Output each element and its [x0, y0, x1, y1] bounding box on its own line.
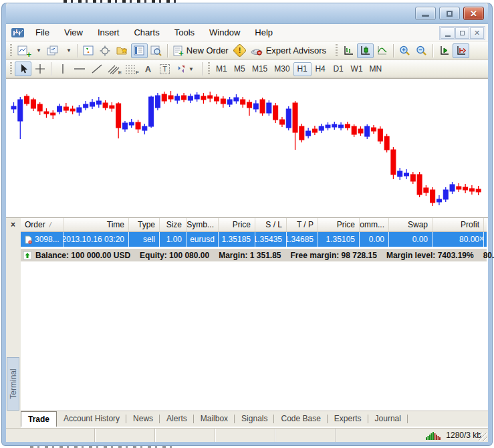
line-chart-button[interactable]: [374, 43, 390, 58]
candle-body: [319, 126, 324, 130]
candle-body: [96, 101, 101, 104]
position-value: 1.35105: [326, 235, 355, 244]
candle-body: [122, 123, 127, 129]
menu-item-view[interactable]: View: [57, 25, 90, 40]
text-label-button[interactable]: T: [156, 62, 173, 76]
new-chart-button[interactable]: +: [15, 43, 31, 58]
title-bar[interactable]: ✕: [6, 3, 488, 24]
column-header-price-5[interactable]: Price: [219, 218, 255, 231]
table-header[interactable]: Order/TimeTypeSizeSymb...PriceS / LT / P…: [21, 218, 487, 232]
tab-mailbox[interactable]: Mailbox: [194, 411, 235, 427]
status-segment: [275, 429, 336, 442]
ea-warning-button[interactable]: !: [231, 43, 248, 58]
candle-body: [84, 104, 88, 108]
timeframe-m15-button[interactable]: M15: [249, 62, 271, 76]
timeframe-mn-button[interactable]: MN: [366, 62, 386, 76]
chart-minimize-button[interactable]: [441, 27, 455, 39]
toolbar-grip[interactable]: [9, 44, 13, 58]
column-header-symb-4[interactable]: Symb...: [187, 218, 219, 231]
column-header-size-3[interactable]: Size: [160, 218, 187, 231]
navigator-button[interactable]: [114, 43, 131, 58]
terminal-side-tab[interactable]: Terminal: [7, 357, 19, 411]
candle-body: [253, 104, 258, 109]
chart-area[interactable]: [6, 78, 488, 217]
column-header-sl-6[interactable]: S / L: [255, 218, 287, 231]
new-order-button[interactable]: + New Order: [170, 43, 231, 58]
crosshair-tool-button[interactable]: [31, 62, 48, 76]
menu-item-insert[interactable]: Insert: [90, 25, 127, 40]
menu-item-window[interactable]: Window: [202, 25, 247, 40]
tab-account-history[interactable]: Account History: [57, 411, 126, 427]
tab-signals[interactable]: Signals: [235, 411, 274, 427]
mt4-logo-icon[interactable]: [11, 28, 24, 37]
menu-item-charts[interactable]: Charts: [126, 25, 166, 40]
candle-body: [142, 126, 147, 130]
close-position-icon[interactable]: ×: [479, 235, 484, 243]
trendline-button[interactable]: [88, 62, 105, 76]
separator: [167, 44, 168, 58]
candlestick-chart-button[interactable]: [357, 43, 374, 58]
position-cell-2: sell: [129, 232, 160, 247]
timeframe-m30-button[interactable]: M30: [271, 62, 293, 76]
expert-advisors-button[interactable]: Expert Advisors: [248, 43, 329, 58]
sort-indicator: /: [49, 221, 51, 229]
tab-journal[interactable]: Journal: [368, 411, 408, 427]
folder-star-icon: [116, 45, 128, 55]
vertical-line-button[interactable]: [54, 62, 71, 76]
column-header-price-8[interactable]: Price: [318, 218, 360, 231]
new-chart-dropdown[interactable]: ▼: [31, 43, 44, 58]
timeframe-h4-button[interactable]: H4: [312, 62, 330, 76]
column-header-tp-7[interactable]: T / P: [287, 218, 318, 231]
resize-grip[interactable]: [479, 433, 487, 441]
auto-scroll-button[interactable]: [436, 43, 453, 58]
column-header-profit-11[interactable]: Profit: [433, 218, 484, 231]
profiles-button[interactable]: [44, 43, 61, 58]
chart-shift-button[interactable]: [453, 43, 469, 58]
arrows-tool-button[interactable]: ▼: [173, 62, 197, 76]
terminal-close-button[interactable]: ×: [8, 219, 18, 229]
menu-item-file[interactable]: File: [28, 25, 57, 40]
chart-restore-button[interactable]: [455, 27, 469, 39]
timeframe-h1-button[interactable]: H1: [293, 62, 312, 76]
toolbar-grip[interactable]: [207, 62, 211, 76]
tab-news[interactable]: News: [126, 411, 160, 427]
tab-experts[interactable]: Experts: [328, 411, 368, 427]
data-window-button[interactable]: [97, 43, 114, 58]
timeframe-m1-button[interactable]: M1: [213, 62, 231, 76]
market-watch-button[interactable]: [80, 43, 97, 58]
column-header-order[interactable]: Order/: [21, 218, 64, 231]
open-position-row[interactable]: 3098...2013.10.16 03:20sell1.00eurusd1.3…: [21, 232, 487, 247]
column-header-comm-9[interactable]: Comm...: [360, 218, 389, 231]
equidistant-channel-button[interactable]: E: [105, 62, 122, 76]
column-header-type-2[interactable]: Type: [129, 218, 160, 231]
chart-close-button[interactable]: ✕: [470, 27, 484, 39]
cursor-tool-button[interactable]: [15, 62, 31, 76]
tab-code-base[interactable]: Code Base: [274, 411, 327, 427]
horizontal-line-button[interactable]: [71, 62, 88, 76]
window-minimize-button[interactable]: [415, 7, 436, 20]
toolbar-grip[interactable]: [9, 62, 13, 76]
text-tool-button[interactable]: A: [140, 62, 156, 76]
terminal-button[interactable]: [131, 43, 148, 58]
toolbar-grip[interactable]: [334, 44, 339, 58]
zoom-in-button[interactable]: [396, 43, 413, 58]
menu-item-tools[interactable]: Tools: [167, 25, 202, 40]
tab-alerts[interactable]: Alerts: [160, 411, 194, 427]
zoom-out-button[interactable]: [413, 43, 430, 58]
candle-body: [90, 102, 95, 106]
bar-chart-button[interactable]: [340, 43, 357, 58]
column-header-time-1[interactable]: Time: [64, 218, 129, 231]
column-header-swap-10[interactable]: Swap: [389, 218, 433, 231]
fibonacci-button[interactable]: F: [122, 62, 140, 76]
timeframe-w1-button[interactable]: W1: [348, 62, 366, 76]
timeframe-m5-button[interactable]: M5: [231, 62, 249, 76]
profiles-dropdown[interactable]: ▼: [61, 43, 74, 58]
window-close-button[interactable]: ✕: [463, 7, 484, 20]
strategy-tester-button[interactable]: [148, 43, 164, 58]
timeframe-d1-button[interactable]: D1: [330, 62, 348, 76]
menu-item-help[interactable]: Help: [247, 25, 280, 40]
window-restore-button[interactable]: [439, 7, 460, 20]
tab-label: Alerts: [166, 414, 187, 423]
tab-trade[interactable]: Trade: [21, 411, 57, 427]
candle-body: [175, 96, 180, 100]
